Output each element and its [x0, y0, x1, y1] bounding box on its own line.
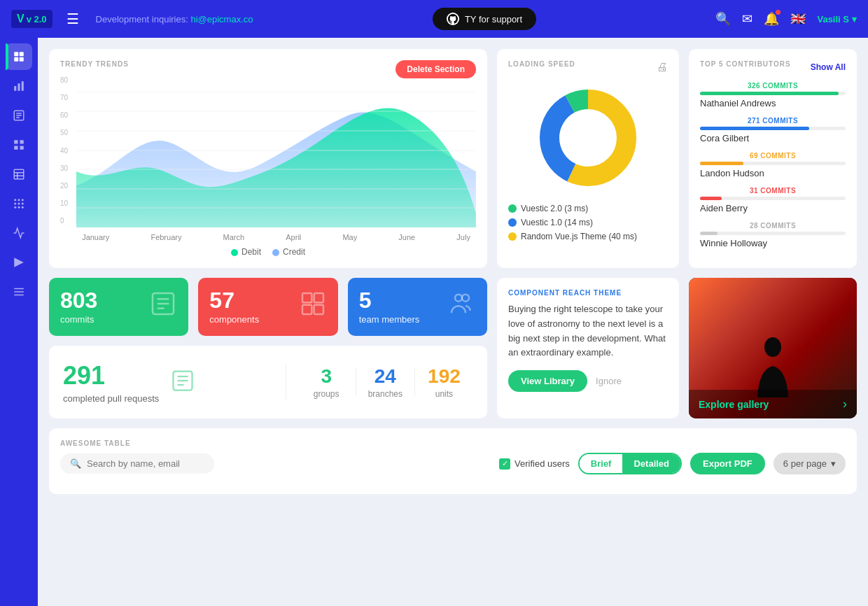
donut-label-1: Vuestic 2.0 (3 ms) [521, 204, 588, 213]
view-library-button[interactable]: View Library [508, 370, 587, 392]
reach-text: Buying the right telescope to take your … [508, 302, 668, 360]
bell-icon[interactable]: 🔔 [764, 11, 779, 27]
svg-point-52 [462, 295, 469, 302]
pr-section: 291 completed pull requests [63, 361, 274, 404]
svg-marker-28 [14, 258, 24, 267]
verified-users-check[interactable]: ✓ Verified users [499, 458, 570, 470]
search-icon[interactable]: 🔍 [715, 11, 731, 27]
mini-stat-units-num: 192 [428, 365, 461, 388]
tab-detailed[interactable]: Detailed [622, 454, 680, 473]
print-icon[interactable]: 🖨 [657, 61, 668, 73]
user-menu[interactable]: Vasili S ▾ [817, 14, 857, 24]
svg-point-24 [22, 203, 24, 205]
mail-icon[interactable]: ✉ [742, 11, 752, 27]
donut-legend: Vuestic 2.0 (3 ms) Vuestic 1.0 (14 ms) R… [508, 204, 668, 241]
export-pdf-button[interactable]: Export PDF [690, 453, 765, 474]
svg-point-20 [18, 199, 20, 201]
stat-team-left: 5 team members [359, 289, 420, 325]
svg-point-22 [14, 203, 16, 205]
sidebar-item-wrap-dashboard [6, 43, 32, 70]
contrib-item-1: 271 COMMITS Cora Gilbert [700, 117, 846, 143]
x-label-feb: February [150, 233, 181, 241]
tab-brief[interactable]: Brief [580, 454, 623, 473]
per-page-label: 6 per page [783, 458, 827, 469]
svg-rect-12 [20, 140, 24, 143]
search-input[interactable] [87, 458, 204, 469]
sidebar-item-tasks[interactable] [6, 102, 32, 129]
sidebar-item-dashboard[interactable] [6, 43, 32, 70]
pr-mini-card: 291 completed pull requests 3 groups [49, 346, 487, 418]
stat-team-icon [448, 290, 476, 324]
contrib-bar-fill-1 [700, 127, 809, 130]
gallery-arrow-icon: › [843, 397, 847, 411]
svg-rect-50 [314, 305, 323, 314]
svg-point-42 [560, 110, 616, 166]
sidebar-item-list[interactable] [6, 279, 32, 305]
component-reach-card: COMPONENT REACH THEME Buying the right t… [497, 278, 679, 418]
contrib-bar-track-3 [700, 197, 846, 200]
donut-container [508, 82, 668, 194]
gallery-silhouette [752, 334, 794, 397]
stat-card-team: 5 team members [348, 278, 487, 336]
search-icon: 🔍 [70, 458, 81, 469]
row-1: TRENDY TRENDS Delete Section 80 70 60 50… [49, 49, 857, 268]
y-label-80: 80 [60, 76, 68, 84]
sidebar-accent [6, 43, 8, 70]
sidebar-item-dots[interactable] [6, 190, 32, 217]
donut-title: LOADING SPEED [508, 60, 575, 68]
sidebar-item-send[interactable] [6, 249, 32, 276]
contrib-item-4: 28 COMMITS Winnie Holloway [700, 222, 846, 248]
github-icon [447, 13, 459, 25]
legend-debit: Debit [231, 247, 261, 257]
svg-rect-4 [14, 86, 16, 91]
ignore-button[interactable]: Ignore [596, 376, 622, 386]
pr-divider [286, 365, 286, 400]
row-2: 803 commits 57 components [49, 278, 857, 418]
logo-v: V [17, 13, 24, 25]
x-label-jul: July [456, 233, 470, 241]
donut-dot-green [508, 204, 517, 213]
contrib-commits-2: 69 COMMITS [700, 152, 846, 160]
svg-rect-1 [20, 52, 24, 56]
layout: TRENDY TRENDS Delete Section 80 70 60 50… [0, 38, 868, 606]
donut-legend-item-1: Vuestic 2.0 (3 ms) [508, 204, 668, 213]
x-label-mar: March [223, 233, 245, 241]
tab-group: Brief Detailed [578, 453, 682, 474]
table-controls: ✓ Verified users Brief Detailed Export P… [499, 453, 846, 474]
svg-rect-5 [18, 83, 20, 91]
sidebar-item-grid[interactable] [6, 132, 32, 158]
y-label-70: 70 [60, 94, 68, 101]
svg-point-25 [14, 206, 16, 209]
sidebar-item-analytics[interactable] [6, 73, 32, 99]
donut-header: LOADING SPEED 🖨 [508, 60, 668, 73]
hamburger-icon[interactable]: ☰ [66, 10, 79, 27]
flag-icon[interactable]: 🇬🇧 [790, 11, 806, 27]
header-right: 🔍 ✉ 🔔 🇬🇧 Vasili S ▾ [715, 11, 857, 27]
x-label-jan: January [82, 233, 109, 241]
sidebar [0, 38, 38, 606]
dev-email-link[interactable]: hi@epicmax.co [190, 14, 253, 24]
stat-components-number: 57 [209, 289, 259, 311]
svg-rect-6 [22, 81, 24, 91]
header-center: TY for support [265, 8, 705, 30]
sidebar-item-table[interactable] [6, 161, 32, 188]
svg-rect-11 [14, 140, 18, 143]
contrib-commits-3: 31 COMMITS [700, 187, 846, 195]
svg-rect-13 [14, 146, 18, 150]
donut-dot-blue [508, 218, 517, 227]
stat-commits-number: 803 [60, 289, 97, 311]
bell-dot [776, 10, 780, 15]
github-button[interactable]: TY for support [433, 8, 536, 30]
gallery-card[interactable]: Explore gallery › [689, 278, 857, 418]
pr-info: 291 completed pull requests [63, 361, 159, 404]
per-page-arrow-icon: ▾ [831, 458, 836, 469]
verified-label: Verified users [514, 458, 570, 469]
per-page-button[interactable]: 6 per page ▾ [774, 453, 846, 474]
mini-stat-groups: 3 groups [298, 357, 356, 407]
svg-point-57 [764, 337, 781, 357]
y-label-20: 20 [60, 182, 68, 190]
svg-rect-47 [302, 293, 312, 302]
sidebar-item-apps[interactable] [6, 220, 32, 246]
contributors-card: TOP 5 CONTRIBUTORS Show All 326 COMMITS … [689, 49, 857, 268]
show-all-link[interactable]: Show All [811, 62, 846, 72]
